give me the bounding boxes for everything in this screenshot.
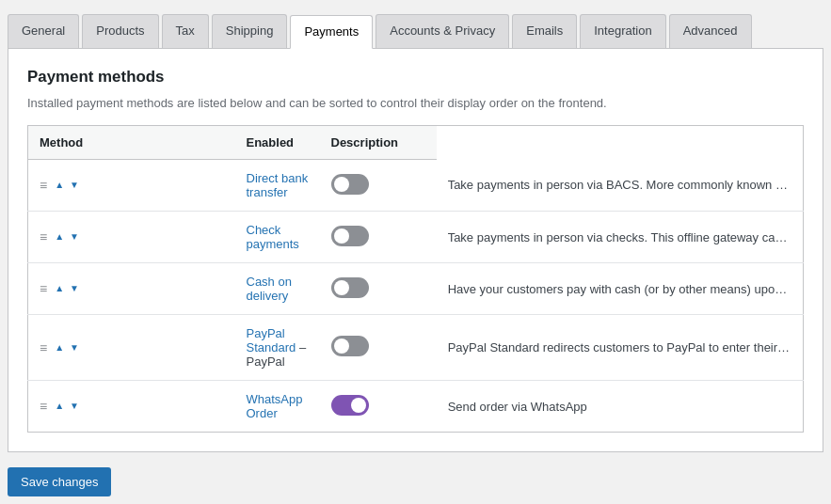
method-link-cheque[interactable]: Check payments xyxy=(247,223,299,251)
payment-methods-table: Method Enabled Description ≡ ▲ ▼ Direct … xyxy=(27,125,804,433)
tab-content: Payment methods Installed payment method… xyxy=(8,48,823,452)
sort-down-icon[interactable]: ▼ xyxy=(68,180,81,191)
settings-page: GeneralProductsTaxShippingPaymentsAccoun… xyxy=(0,0,831,504)
tab-emails[interactable]: Emails xyxy=(512,14,577,48)
table-row: ≡ ▲ ▼ Check paymentsTake payments in per… xyxy=(28,212,804,263)
drag-handle-icon: ≡ xyxy=(40,340,47,355)
drag-handle-icon: ≡ xyxy=(40,281,47,296)
tab-general[interactable]: General xyxy=(8,14,79,48)
tab-shipping[interactable]: Shipping xyxy=(212,14,288,48)
section-title: Payment methods xyxy=(27,68,804,87)
sort-up-icon[interactable]: ▲ xyxy=(53,231,66,243)
table-row: ≡ ▲ ▼ PayPal Standard – PayPalPayPal Sta… xyxy=(28,315,804,381)
tab-tax[interactable]: Tax xyxy=(162,14,209,48)
sort-up-icon[interactable]: ▲ xyxy=(53,401,66,412)
desc-paypal: PayPal Standard redirects customers to P… xyxy=(437,315,804,381)
table-row: ≡ ▲ ▼ Cash on deliveryHave your customer… xyxy=(28,263,804,315)
section-desc: Installed payment methods are listed bel… xyxy=(27,96,804,110)
toggle-cheque[interactable] xyxy=(331,226,369,246)
drag-handle-icon: ≡ xyxy=(40,399,47,414)
tab-payments[interactable]: Payments xyxy=(290,15,373,49)
tab-integration[interactable]: Integration xyxy=(580,14,665,48)
sort-down-icon[interactable]: ▼ xyxy=(68,231,81,243)
method-link-cod[interactable]: Cash on delivery xyxy=(247,275,292,303)
method-link-whatsapp[interactable]: WhatsApp Order xyxy=(247,392,303,420)
desc-cod: Have your customers pay with cash (or by… xyxy=(437,263,804,315)
sort-down-icon[interactable]: ▼ xyxy=(68,401,81,412)
desc-bacs: Take payments in person via BACS. More c… xyxy=(437,160,804,212)
method-link-bacs[interactable]: Direct bank transfer xyxy=(247,171,309,199)
tab-products[interactable]: Products xyxy=(82,14,158,48)
table-row: ≡ ▲ ▼ Direct bank transferTake payments … xyxy=(28,160,804,212)
col-header-description: Description xyxy=(320,126,437,160)
toggle-cod[interactable] xyxy=(331,277,369,298)
col-header-method: Method xyxy=(28,126,235,160)
sort-up-icon[interactable]: ▲ xyxy=(53,283,66,294)
sort-up-icon[interactable]: ▲ xyxy=(53,180,66,191)
save-button[interactable]: Save changes xyxy=(8,467,111,496)
toggle-paypal[interactable] xyxy=(331,336,369,356)
tab-advanced[interactable]: Advanced xyxy=(669,14,752,48)
col-header-enabled: Enabled xyxy=(235,126,320,160)
toggle-whatsapp[interactable] xyxy=(331,395,369,416)
desc-cheque: Take payments in person via checks. This… xyxy=(437,212,804,263)
desc-whatsapp: Send order via WhatsApp xyxy=(437,381,804,433)
table-row: ≡ ▲ ▼ WhatsApp OrderSend order via Whats… xyxy=(28,381,804,433)
sort-down-icon[interactable]: ▼ xyxy=(68,342,81,354)
sort-down-icon[interactable]: ▼ xyxy=(68,283,81,294)
drag-handle-icon: ≡ xyxy=(40,229,47,244)
method-link-paypal[interactable]: PayPal Standard xyxy=(247,326,296,354)
toggle-bacs[interactable] xyxy=(331,174,369,195)
drag-handle-icon: ≡ xyxy=(40,178,47,193)
settings-tabs: GeneralProductsTaxShippingPaymentsAccoun… xyxy=(8,0,831,48)
tab-accounts-privacy[interactable]: Accounts & Privacy xyxy=(376,14,509,48)
sort-up-icon[interactable]: ▲ xyxy=(53,342,66,354)
